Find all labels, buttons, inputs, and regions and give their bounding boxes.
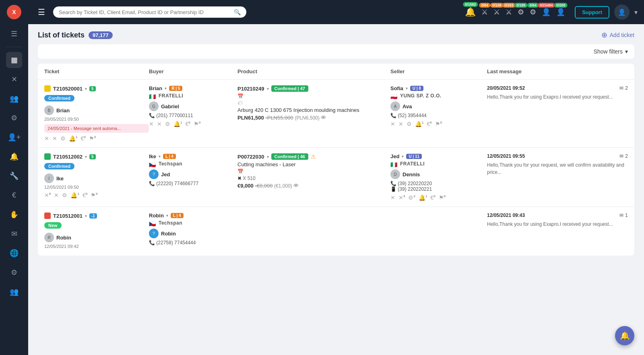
gear-icon-2: ⚙: [530, 8, 536, 17]
s2-bell[interactable]: 🔔1: [419, 194, 427, 201]
nav-badge-gear1[interactable]: 0/185 ⚙: [516, 6, 526, 18]
msg-body-2: Hello,Thank you for your request, we wil…: [487, 161, 628, 176]
sidebar-item-team[interactable]: 👥: [6, 284, 22, 300]
nav-badge-gear2[interactable]: 0/64 ⚙: [528, 6, 538, 18]
buyer-badge-3: L | 4: [171, 213, 184, 218]
product-chevron-2[interactable]: ▾: [267, 155, 269, 159]
support-button[interactable]: Support: [575, 6, 609, 19]
seller-action-gear[interactable]: ⚙: [407, 121, 412, 127]
ticket-badge-1: 5: [89, 86, 96, 91]
ticket-cell-1: T210520001 ▾ 5 Confirmed B Brian 20/05/2…: [44, 85, 149, 142]
chevron-ticket-1[interactable]: ▾: [85, 87, 87, 91]
buyer-company-2: Techspan: [159, 161, 182, 167]
t2-action-2[interactable]: ✕: [54, 192, 59, 198]
ticket-cell-2: T210512002 ▾ 5 Confirmed I Ike 12/05/202…: [44, 153, 149, 198]
ticket-id-1[interactable]: T210520001: [53, 86, 83, 92]
nav-badge-user-large[interactable]: 0/23484 👤: [540, 6, 552, 18]
nav-badge-user-plus[interactable]: 0/200 👤: [555, 6, 567, 18]
table-row: T210520001 ▾ 5 Confirmed B Brian 20/05/2…: [38, 80, 634, 148]
buyer-action-euro[interactable]: €0: [185, 121, 190, 127]
action-bell[interactable]: 🔔1: [69, 135, 77, 142]
app-logo[interactable]: X: [7, 5, 21, 19]
sidebar-item-xpro[interactable]: ✕: [6, 71, 22, 87]
ticket-actions-2: ✕6 ✕ ⚙ 🔔1 €0 ⚑0: [44, 192, 149, 198]
ticket-cell-3: T210512001 ▾ -1 New R Robin 12/05/2021 0…: [44, 213, 149, 250]
buyer-action-1[interactable]: ✕: [149, 121, 154, 127]
s2-gear[interactable]: ⚙2: [408, 194, 415, 201]
product-eye-icon-1[interactable]: 👁: [321, 115, 326, 121]
s2-action-1[interactable]: ✕: [390, 194, 395, 201]
nav-badge-battle3[interactable]: 0/253 ⚔: [504, 6, 514, 18]
sidebar-item-menu[interactable]: ☰: [6, 26, 22, 42]
hamburger-menu[interactable]: ☰: [35, 6, 48, 19]
chevron-ticket-3[interactable]: ▾: [85, 214, 87, 218]
user-avatar[interactable]: 👤: [614, 4, 630, 20]
buyer-name-3: Robin: [149, 213, 164, 219]
seller-action-euro[interactable]: €0: [427, 121, 431, 127]
seller-chevron-1[interactable]: ▾: [406, 86, 408, 91]
buyer-action-bell[interactable]: 🔔1: [173, 121, 182, 127]
add-ticket-button[interactable]: ⊕ Add ticket: [601, 31, 634, 39]
seller-action-2[interactable]: ✕: [398, 121, 403, 127]
buyer-chevron-1[interactable]: ▾: [165, 86, 167, 91]
s2-euro[interactable]: €0: [430, 194, 435, 201]
sidebar-item-globe[interactable]: 🌐: [6, 245, 22, 261]
ticket-badge-3: -1: [89, 213, 97, 219]
sidebar-item-dashboard[interactable]: ▦: [6, 52, 22, 68]
sidebar-item-bell[interactable]: 🔔: [6, 149, 22, 165]
ticket-actions-1: ✕ ✕ ⚙ 🔔1 €0 ⚑0: [44, 135, 149, 142]
nav-badge-battle2[interactable]: 0/108 ⚔: [492, 6, 502, 18]
ticket-date-2: 12/05/2021 09:50: [44, 185, 149, 190]
action-gear[interactable]: ⚙: [60, 135, 66, 142]
sidebar-item-add-user[interactable]: 👤+: [6, 129, 22, 145]
sidebar-item-users[interactable]: 👥: [6, 91, 22, 107]
t2-euro[interactable]: €0: [83, 192, 87, 198]
nav-badge-bell[interactable]: 0/1582 🔔: [463, 5, 477, 19]
t2-bell[interactable]: 🔔1: [70, 192, 79, 198]
action-euro[interactable]: €0: [80, 135, 85, 142]
search-input[interactable]: [59, 9, 231, 15]
t2-gear[interactable]: ⚙: [62, 192, 67, 198]
product-id-2[interactable]: P00722030: [237, 154, 264, 160]
buyer-company-3: Techspan: [159, 220, 182, 226]
user-menu-chevron[interactable]: ▾: [634, 8, 638, 16]
sidebar-item-hand[interactable]: ✋: [6, 206, 22, 223]
buyer-chevron-2[interactable]: ▾: [159, 154, 161, 159]
bell-icon: 🔔: [465, 7, 476, 17]
t2-flag[interactable]: ⚑0: [91, 192, 97, 198]
t2-action-1[interactable]: ✕6: [44, 192, 51, 198]
product-id-1[interactable]: P10210249: [237, 86, 264, 92]
sidebar-item-euro[interactable]: €: [6, 187, 22, 203]
seller-action-1[interactable]: ✕: [390, 121, 395, 127]
chevron-ticket-2[interactable]: ▾: [85, 155, 87, 159]
buyer-action-flag[interactable]: ⚑0: [194, 121, 200, 127]
sidebar-item-settings[interactable]: ⚙: [6, 110, 22, 126]
ticket-id-2[interactable]: T210512002: [53, 154, 83, 160]
buyer-action-gear[interactable]: ⚙: [165, 121, 170, 127]
ticket-note-1: 24/05/2021 - Message sent automa...: [44, 124, 149, 133]
nav-badge-battle1[interactable]: 0/84 ⚔: [480, 6, 489, 18]
sidebar-item-sliders[interactable]: ⚙: [6, 264, 22, 281]
seller-action-flag[interactable]: ⚑0: [435, 121, 442, 127]
seller-action-bell[interactable]: 🔔1: [415, 121, 423, 127]
action-flag[interactable]: ⚑0: [89, 135, 96, 142]
sidebar-item-mail[interactable]: ✉: [6, 226, 22, 242]
buyer-chevron-3[interactable]: ▾: [166, 213, 168, 218]
seller-actions-1: ✕ ✕ ⚙ 🔔1 €0 ⚑0: [390, 121, 487, 127]
s2-flag[interactable]: ⚑0: [439, 194, 446, 201]
sidebar-item-tools[interactable]: 🔧: [6, 168, 22, 184]
product-chevron-1[interactable]: ▾: [267, 87, 269, 91]
msg-count-3: ✉ 1: [619, 213, 628, 218]
action-cross-2[interactable]: ✕: [52, 135, 57, 142]
product-tag-icon-1: 🏷: [237, 100, 242, 106]
notification-fab[interactable]: 🔔: [615, 326, 634, 345]
action-cross-1[interactable]: ✕: [44, 135, 49, 142]
ticket-color-dot-1: [44, 85, 51, 92]
seller-chevron-2[interactable]: ▾: [402, 154, 404, 159]
show-filters-button[interactable]: Show filters ▾: [594, 48, 628, 55]
s2-action-2[interactable]: ✕3: [398, 194, 405, 201]
product-eye-icon-2[interactable]: 👁: [293, 183, 299, 189]
search-bar[interactable]: 🔍: [53, 6, 246, 18]
buyer-action-2[interactable]: ✕: [157, 121, 162, 127]
ticket-id-3[interactable]: T210512001: [53, 213, 83, 219]
